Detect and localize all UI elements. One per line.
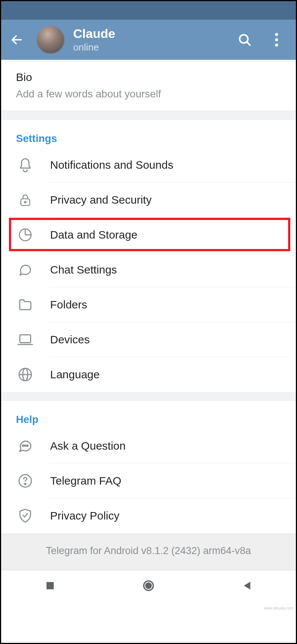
row-label: Ask a Question — [50, 440, 125, 452]
row-label: Devices — [50, 333, 90, 346]
row-data-storage[interactable]: Data and Storage — [1, 217, 296, 252]
row-notifications[interactable]: Notifications and Sounds — [1, 148, 296, 182]
svg-point-5 — [275, 43, 278, 46]
status-bar — [1, 1, 296, 20]
svg-rect-19 — [47, 582, 54, 589]
row-chat-settings[interactable]: Chat Settings — [1, 252, 296, 287]
title-block: Claude online — [73, 26, 236, 53]
row-label: Notifications and Sounds — [50, 159, 173, 171]
search-icon — [238, 33, 252, 47]
svg-point-3 — [275, 33, 278, 36]
watermark: www.deuaq.com — [264, 606, 294, 610]
row-label: Data and Storage — [50, 229, 137, 241]
circle-icon — [142, 579, 155, 592]
row-devices[interactable]: Devices — [1, 322, 296, 357]
row-label: Folders — [50, 298, 87, 311]
row-label: Telegram FAQ — [50, 475, 121, 487]
svg-point-14 — [23, 445, 24, 446]
shield-icon — [16, 508, 35, 524]
svg-point-4 — [275, 38, 278, 41]
settings-section: Settings Notifications and Sounds Privac… — [1, 120, 296, 392]
row-folders[interactable]: Folders — [1, 287, 296, 322]
svg-point-15 — [25, 445, 26, 446]
back-arrow-icon — [10, 33, 23, 46]
help-header: Help — [1, 401, 296, 428]
search-button[interactable] — [236, 32, 253, 48]
help-section: Help Ask a Question Telegram FAQ Privacy… — [1, 401, 296, 533]
triangle-back-icon — [242, 580, 252, 591]
bio-title: Bio — [16, 71, 281, 84]
bio-card[interactable]: Bio Add a few words about yourself — [1, 61, 296, 111]
row-ask-question[interactable]: Ask a Question — [1, 428, 296, 463]
row-label: Privacy and Security — [50, 194, 151, 206]
svg-point-21 — [146, 583, 151, 588]
ask-icon — [16, 438, 35, 453]
chat-icon — [16, 263, 35, 277]
folder-icon — [16, 298, 35, 311]
row-privacy[interactable]: Privacy and Security — [1, 182, 296, 217]
globe-icon — [16, 367, 35, 382]
square-icon — [45, 581, 55, 590]
app-bar: Claude online — [1, 20, 296, 60]
svg-point-16 — [27, 445, 28, 446]
android-nav-bar — [1, 570, 296, 601]
bio-subtitle: Add a few words about yourself — [16, 88, 281, 100]
svg-line-2 — [247, 42, 250, 45]
row-label: Privacy Policy — [50, 509, 120, 522]
row-privacy-policy[interactable]: Privacy Policy — [1, 498, 296, 533]
appbar-actions — [236, 32, 285, 48]
svg-point-7 — [25, 201, 26, 203]
version-text: Telegram for Android v8.1.2 (2432) arm64… — [46, 545, 251, 556]
contact-status: online — [73, 42, 236, 53]
avatar[interactable] — [37, 26, 64, 54]
svg-point-18 — [25, 483, 26, 485]
row-faq[interactable]: Telegram FAQ — [1, 463, 296, 498]
app-frame: Claude online Bio Add a few words about … — [0, 0, 297, 644]
back-button[interactable] — [8, 31, 26, 49]
pie-icon — [16, 228, 35, 242]
nav-home[interactable] — [137, 575, 160, 597]
lock-icon — [16, 192, 35, 207]
settings-header: Settings — [1, 120, 296, 148]
version-footer: Telegram for Android v8.1.2 (2432) arm64… — [1, 533, 296, 570]
svg-rect-9 — [20, 335, 30, 343]
row-label: Language — [50, 368, 99, 381]
svg-marker-22 — [244, 582, 250, 589]
nav-recents[interactable] — [39, 575, 61, 597]
more-vert-icon — [275, 33, 278, 47]
faq-icon — [16, 473, 35, 488]
menu-button[interactable] — [268, 32, 285, 48]
contact-name: Claude — [73, 26, 236, 41]
nav-back[interactable] — [236, 575, 258, 597]
row-language[interactable]: Language — [1, 357, 296, 392]
row-label: Chat Settings — [50, 263, 117, 276]
bell-icon — [16, 158, 35, 172]
section-gap — [1, 392, 296, 401]
section-gap — [1, 111, 296, 120]
laptop-icon — [16, 333, 35, 346]
